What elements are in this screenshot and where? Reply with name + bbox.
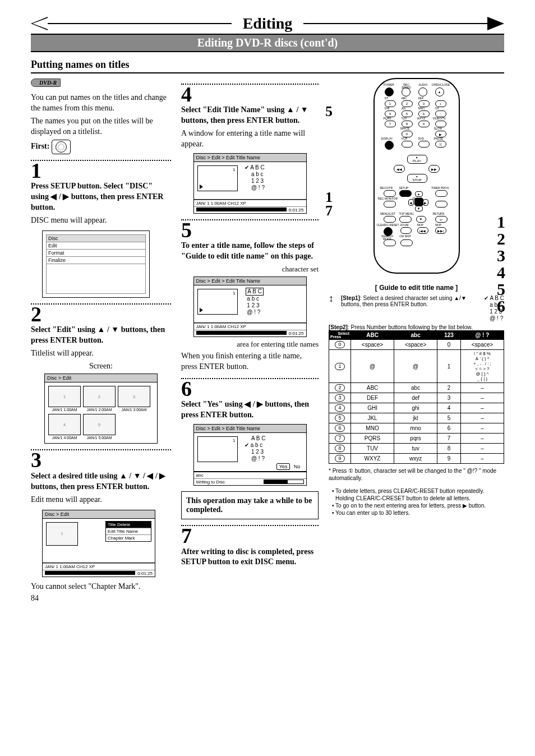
disc-menu-screen: Disc Edit Format Finalize: [42, 231, 150, 298]
step-6-instruction: Select "Yes" using ◀ / ▶ buttons, then p…: [181, 399, 319, 421]
yes-button[interactable]: Yes: [276, 463, 290, 470]
step-2-follow: Titlelist will appear.: [31, 348, 171, 359]
step-2-number: 2: [31, 306, 171, 322]
step-4-follow: A window for entering a title name will …: [181, 128, 319, 150]
page-title-banner: Editing: [31, 15, 504, 33]
titlelist-screen: Disc > Edit 1JAN/1 1:00AM 2JAN/1 2:00AM …: [44, 374, 158, 444]
table-row: 6MNOmno6–: [329, 423, 504, 434]
bullet-item: • To delete letters, press CLEAR/C-RESET…: [335, 487, 504, 502]
warning-box: This operation may take a while to be co…: [181, 491, 319, 519]
thumbnail: 2JAN/1 2:00AM: [83, 386, 116, 412]
step-3-instruction: Select a desired title using ▲ / ▼ / ◀ /…: [31, 471, 171, 492]
edit-title-screen-3: Disc > Edit > Edit Title Name 1 A B C ✔ …: [193, 424, 307, 486]
bullet-item: • You can enter up to 30 letters.: [335, 509, 504, 517]
step-7-instruction: After writing to disc is completed, pres…: [181, 547, 319, 568]
preview-box: 1: [197, 165, 238, 191]
step-4-instruction: Select "Edit Title Name" using ▲ / ▼ but…: [181, 105, 319, 126]
disc-icon: [52, 140, 71, 154]
charset-label: character set: [181, 264, 319, 274]
menu-item: Edit: [47, 242, 145, 250]
section-heading: Putting names on titles: [31, 59, 504, 73]
intro-text-1: You can put names on the titles and chan…: [31, 93, 171, 114]
disc-menu-header: Disc: [47, 235, 145, 242]
callout-7: 7: [325, 202, 333, 219]
callout-5: 5: [325, 103, 333, 120]
step-1-follow: DISC menu will appear.: [31, 215, 171, 226]
edit-popup: Title Delete Edit Title Name Chapter Mar…: [105, 521, 151, 542]
callout-right: 123 456: [497, 214, 505, 315]
step-6-number: 6: [181, 380, 319, 397]
thumbnail-preview: 1: [46, 522, 78, 546]
table-row: 1@@1! " # $ % & ' ( ) * + , - . / : ; < …: [329, 350, 504, 383]
table-row: 9WXYZwxyz9–: [329, 454, 504, 464]
page-subtitle: Editing DVD-R discs (cont'd): [31, 34, 504, 52]
divider: [31, 160, 171, 161]
play-icon: [200, 185, 203, 189]
character-table: Select Press ABC abc 123 @ ! ? 0<space><…: [329, 330, 504, 464]
edit-title-screen-1: Disc > Edit > Edit Title Name 1 ✔ A B C …: [193, 153, 307, 214]
step-1-instruction: Press SETUP button. Select "DISC" using …: [31, 181, 171, 213]
edit-menu-screen: Disc > Edit 1 Title Delete Edit Title Na…: [42, 510, 155, 577]
step-5-instruction: To enter a title name, follow the steps …: [181, 241, 319, 262]
step-2-instruction: Select "Edit" using ▲ / ▼ buttons, then …: [31, 325, 171, 346]
thumbnail: 5JAN/1 5:00AM: [83, 414, 116, 440]
screen-caption: Screen:: [31, 361, 171, 372]
step-1-number: 1: [31, 162, 171, 179]
step-4-number: 4: [181, 86, 319, 103]
intro-text-2: The names you put on the titles will be …: [31, 116, 171, 137]
menu-item: Format: [47, 250, 145, 257]
edit-title-screen-2: Disc > Edit > Edit Title Name 1 A B C a …: [193, 276, 307, 337]
thumbnail: 1JAN/1 1:00AM: [48, 386, 81, 412]
step-3-number: 3: [31, 451, 171, 468]
menu-item: Finalize: [47, 257, 145, 264]
thumbnail: 3JAN/1 3:00AM: [118, 386, 150, 412]
guide-to-edit-title-name: [ Guide to edit title name ] ↕ [Step1]: …: [329, 284, 504, 517]
step-7-number: 7: [181, 527, 319, 544]
table-row: 2ABCabc2–: [329, 383, 504, 393]
table-row: 8TUVtuv8–: [329, 444, 504, 454]
progress-bar: [264, 480, 304, 484]
table-row: 7PQRSpqrs7–: [329, 434, 504, 444]
dvd-r-badge: DVD-R: [31, 79, 61, 87]
table-row: 3DEFdef3–: [329, 393, 504, 403]
step-3-note: You cannot select "Chapter Mark".: [31, 582, 171, 592]
first-label: First:: [31, 142, 49, 150]
footnote: * Press ① button, character set will be …: [329, 467, 504, 482]
table-row: 0<space><space>0<space>: [329, 340, 504, 350]
remote-control-diagram: POWER REC SPEED AUDIO OPEN/CLOSE ▲ ST: A…: [373, 78, 460, 274]
page-number: 84: [31, 594, 39, 602]
table-row: 4GHIghi4–: [329, 403, 504, 413]
area-label: area for entering title names: [181, 339, 319, 349]
bullet-item: • To go on to the next entering area for…: [335, 502, 504, 509]
chevron-right-icon: [487, 17, 504, 30]
table-row: 5JKLjkl5–: [329, 413, 504, 423]
thumbnail: 4JAN/1 4:00AM: [48, 414, 81, 440]
step-5-finish: When you finish entering a title name, p…: [181, 351, 319, 372]
page-title: Editing: [232, 15, 304, 33]
step-3-follow: Edit menu will appear.: [31, 495, 171, 505]
no-button[interactable]: No: [292, 464, 303, 469]
step-5-number: 5: [181, 222, 319, 238]
